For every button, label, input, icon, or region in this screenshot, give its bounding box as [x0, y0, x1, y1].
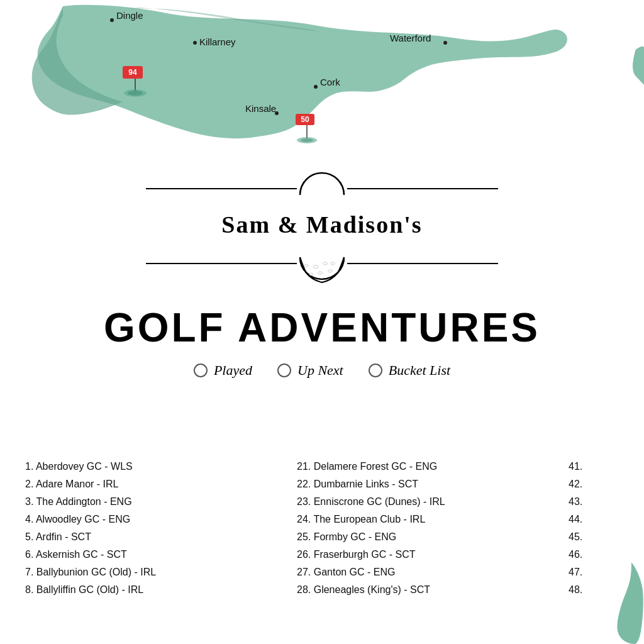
list-item: 7. Ballybunion GC (Old) - IRL	[25, 565, 297, 580]
svg-point-2	[128, 91, 143, 96]
svg-text:50: 50	[301, 115, 309, 124]
svg-point-12	[193, 41, 197, 45]
list-item: 45.	[569, 530, 619, 545]
svg-point-21	[323, 262, 328, 265]
list-item: 26. Fraserburgh GC - SCT	[297, 547, 569, 562]
list-item: 21. Delamere Forest GC - ENG	[297, 459, 569, 474]
bucket-list-label: Bucket List	[389, 362, 450, 379]
logo-area: Sam & Madison's	[146, 160, 498, 292]
up-next-label: Up Next	[297, 362, 343, 379]
list-item: 46.	[569, 547, 619, 562]
svg-text:Dingle: Dingle	[116, 10, 143, 21]
up-next-circle	[277, 364, 291, 377]
list-item: 43.	[569, 494, 619, 509]
list-item: 42.	[569, 477, 619, 492]
svg-text:Kinsale: Kinsale	[245, 103, 276, 114]
list-item: 24. The European Club - IRL	[297, 512, 569, 527]
bucket-list-circle	[369, 364, 382, 377]
svg-point-22	[318, 272, 323, 274]
svg-point-25	[304, 264, 308, 267]
legend: Played Up Next Bucket List	[194, 362, 450, 379]
svg-point-24	[309, 273, 313, 275]
list-item: 27. Ganton GC - ENG	[297, 565, 569, 580]
map-area: 94 50 Dingle Killarney Waterford Cork Ki…	[0, 0, 644, 164]
list-item: 4. Alwoodley GC - ENG	[25, 512, 297, 527]
list-item: 5. Ardfin - SCT	[25, 530, 297, 545]
list-item: 23. Enniscrone GC (Dunes) - IRL	[297, 494, 569, 509]
main-title: GOLF ADVENTURES	[104, 304, 540, 351]
played-circle	[194, 364, 208, 377]
svg-text:94: 94	[128, 68, 137, 77]
list-item: 3. The Addington - ENG	[25, 494, 297, 509]
svg-point-16	[314, 85, 318, 89]
course-column-1: 1. Aberdovey GC - WLS2. Adare Manor - IR…	[25, 459, 297, 597]
list-item: 44.	[569, 512, 619, 527]
list-item: 22. Dumbarnie Links - SCT	[297, 477, 569, 492]
course-column-2: 21. Delamere Forest GC - ENG22. Dumbarni…	[297, 459, 569, 597]
svg-point-7	[301, 138, 313, 142]
list-item: 8. Ballyliffin GC (Old) - IRL	[25, 582, 297, 597]
svg-point-20	[313, 265, 318, 269]
main-content: Sam & Madison's	[0, 160, 644, 397]
legend-item-bucket-list: Bucket List	[369, 362, 450, 379]
svg-text:Waterford: Waterford	[390, 33, 431, 43]
played-label: Played	[214, 362, 252, 379]
legend-item-played: Played	[194, 362, 252, 379]
list-item: 6. Askernish GC - SCT	[25, 547, 297, 562]
svg-text:Killarney: Killarney	[199, 36, 236, 47]
list-item: 25. Formby GC - ENG	[297, 530, 569, 545]
list-item: 1. Aberdovey GC - WLS	[25, 459, 297, 474]
course-list-section: 1. Aberdovey GC - WLS2. Adare Manor - IR…	[0, 459, 644, 597]
bottom-right-land	[594, 562, 644, 644]
svg-point-10	[110, 18, 114, 22]
svg-point-26	[331, 262, 335, 265]
list-item: 28. Gleneagles (King's) - SCT	[297, 582, 569, 597]
legend-item-up-next: Up Next	[277, 362, 343, 379]
list-item: 2. Adare Manor - IRL	[25, 477, 297, 492]
svg-point-23	[328, 270, 333, 272]
svg-point-14	[443, 41, 447, 45]
course-list-grid: 1. Aberdovey GC - WLS2. Adare Manor - IR…	[25, 459, 619, 597]
list-item: 41.	[569, 459, 619, 474]
logo-name: Sam & Madison's	[221, 211, 422, 238]
svg-text:Cork: Cork	[320, 77, 340, 87]
